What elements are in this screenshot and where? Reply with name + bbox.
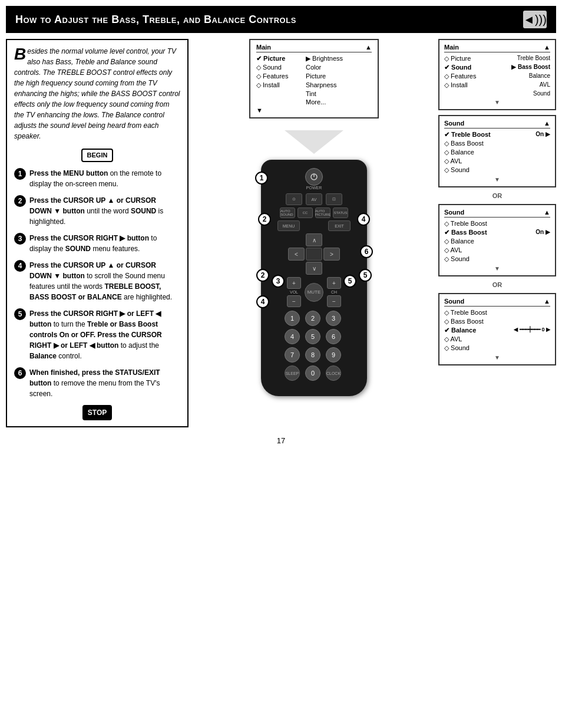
drop-cap: B (14, 46, 26, 62)
top-menu-row-2: ◇ Sound Color (256, 64, 372, 71)
intro-body: esides the normal volume level control, … (14, 47, 180, 140)
tv-menu-treble-boost-item: ✔ Treble Boost On ▶ (444, 130, 550, 139)
clock-button[interactable]: CLOCK (326, 365, 341, 381)
button-menu[interactable]: MENU (277, 220, 300, 231)
tv-menu-sound-item3: ◇ Sound (444, 344, 550, 353)
dpad: ∧ < > ∨ (288, 233, 340, 275)
button-auto-picture[interactable]: AUTO PICTURE (315, 207, 330, 218)
dpad-left[interactable]: < (288, 248, 305, 261)
dpad-up[interactable]: ∧ (306, 233, 322, 246)
tv-menu-sound-balance-footer: ▼ (444, 354, 550, 361)
step-overlay-5: 5 (359, 269, 372, 282)
num-2[interactable]: 2 (305, 311, 320, 326)
intro-text: Besides the normal volume level control,… (14, 46, 180, 141)
tv-menu-sound-item2: ◇ Sound (444, 255, 550, 263)
button-cc[interactable]: ⊙ (286, 193, 302, 205)
tv-menu-sound-bass-header: Sound ▲ (444, 209, 550, 218)
step-3: 3 Press the CURSOR RIGHT ▶ button to dis… (14, 233, 180, 254)
button-status[interactable]: STATUS (333, 207, 348, 218)
step-overlay-4-bottom: 4 (256, 295, 269, 308)
step-2-text: Press the CURSOR UP ▲ or CURSOR DOWN ▼ b… (29, 195, 180, 227)
tv-menu-main-picture: ◇ Picture Treble Boost (444, 54, 550, 63)
step-6: 6 When finished, press the STATUS/EXIT b… (14, 367, 180, 399)
tv-menu-main-extra: Sound (444, 90, 550, 97)
sleep-button[interactable]: SLEEP (285, 365, 300, 381)
stop-badge: STOP (82, 405, 112, 420)
page-header: How to Adjust the Bass, Treble, and Bala… (6, 6, 556, 33)
menu-exit-row: MENU EXIT (272, 220, 356, 231)
tv-menu-main-footer: ▼ (444, 99, 550, 106)
button-input[interactable]: ⊡ (326, 193, 342, 205)
step-overlay-2-bottom: 2 (256, 269, 269, 282)
step-6-text: When finished, press the STATUS/EXIT but… (29, 367, 180, 399)
step-5-text: Press the CURSOR RIGHT ▶ or LEFT ◀ butto… (29, 308, 180, 361)
num-3[interactable]: 3 (326, 311, 341, 326)
dpad-empty-tr (323, 233, 340, 246)
function-buttons-row: AUTO SOUND CC AUTO PICTURE STATUS (272, 207, 356, 218)
dpad-down[interactable]: ∨ (306, 262, 322, 275)
num-4[interactable]: 4 (285, 329, 300, 344)
top-menu-row-1: ✔ Picture ▶ Brightness (256, 55, 372, 62)
num-7[interactable]: 7 (285, 347, 300, 363)
tv-menu-sound-bass: Sound ▲ ◇ Treble Boost ✔ Bass Boost On ▶… (438, 204, 556, 276)
tv-menu-main-header: Main ▲ (444, 44, 550, 52)
num-0[interactable]: 0 (305, 365, 320, 381)
tv-menu-sound-balance-header: Sound ▲ (444, 298, 550, 307)
ch-down[interactable]: − (327, 295, 341, 307)
power-button[interactable] (305, 168, 323, 186)
numpad: 1 2 3 4 5 6 7 8 9 SLEEP 0 CLOCK (285, 311, 343, 381)
step-overlay-5b: 5 (343, 275, 356, 288)
num-6[interactable]: 6 (326, 329, 341, 344)
top-menu: Main ▲ ✔ Picture ▶ Brightness ◇ Sound Co… (249, 39, 379, 118)
tv-menu-main: Main ▲ ◇ Picture Treble Boost ✔ Sound ▶ … (438, 39, 556, 110)
page-number: 17 (0, 436, 562, 445)
ch-label: CH (327, 290, 341, 294)
vol-section: + VOL − (287, 277, 301, 307)
vol-up[interactable]: + (287, 277, 301, 289)
top-menu-row-6: More... (256, 98, 372, 106)
tv-menu-main-features: ◇ Features Balance (444, 72, 550, 81)
instructions-panel: Besides the normal volume level control,… (6, 39, 189, 427)
button-auto-sound[interactable]: AUTO SOUND (280, 207, 295, 218)
mute-button[interactable]: MUTE (305, 283, 323, 302)
page-title: How to Adjust the Bass, Treble, and Bala… (15, 14, 296, 26)
num-1[interactable]: 1 (285, 311, 300, 326)
step-4-number: 4 (14, 260, 26, 272)
or-label-2: OR (438, 281, 556, 288)
tv-menu-bass-boost-item3: ◇ Bass Boost (444, 317, 550, 326)
power-section: POWER (272, 168, 356, 190)
button-exit[interactable]: EXIT (328, 220, 351, 231)
vol-down[interactable]: − (287, 295, 301, 307)
tv-menus-column: Main ▲ ◇ Picture Treble Boost ✔ Sound ▶ … (438, 39, 556, 427)
speaker-icon: ◄))) (523, 11, 547, 28)
button-cc2[interactable]: CC (297, 207, 313, 218)
num-9[interactable]: 9 (326, 347, 341, 363)
dpad-right[interactable]: > (323, 248, 340, 261)
tv-menu-sound-item1: ◇ Sound (444, 166, 550, 174)
tv-menu-bass-boost-item2: ✔ Bass Boost On ▶ (444, 228, 550, 237)
tv-menu-main-install: ◇ Install AVL (444, 81, 550, 90)
button-av[interactable]: AV (306, 193, 322, 205)
tv-menu-avl-item2: ◇ AVL (444, 246, 550, 255)
dpad-empty-tl (288, 233, 305, 246)
tv-menu-treble-boost-item2: ◇ Treble Boost (444, 219, 550, 228)
step-3-number: 3 (14, 233, 26, 245)
top-menu-row-5: Tint (256, 90, 372, 97)
step-2-number: 2 (14, 195, 26, 207)
step-overlay-6: 6 (360, 245, 373, 258)
step-overlay-2-left: 2 (258, 213, 271, 226)
tv-menu-treble-boost-item3: ◇ Treble Boost (444, 308, 550, 317)
tv-menu-sound-treble: Sound ▲ ✔ Treble Boost On ▶ ◇ Bass Boost… (438, 115, 556, 187)
tv-menu-avl-item3: ◇ AVL (444, 335, 550, 344)
tv-menu-main-sound: ✔ Sound ▶ Bass Boost (444, 63, 550, 72)
step-overlay-1: 1 (255, 172, 268, 185)
num-8[interactable]: 8 (305, 347, 320, 363)
ch-section: + CH − (327, 277, 341, 307)
dpad-empty-bl (288, 262, 305, 275)
triangle-arrow (285, 130, 343, 154)
ch-up[interactable]: + (327, 277, 341, 289)
right-area: Main ▲ ✔ Picture ▶ Brightness ◇ Sound Co… (194, 39, 556, 427)
top-menu-row-4: ◇ Install Sharpness (256, 81, 372, 89)
tv-menu-sound-bass-footer: ▼ (444, 265, 550, 272)
num-5[interactable]: 5 (305, 329, 320, 344)
